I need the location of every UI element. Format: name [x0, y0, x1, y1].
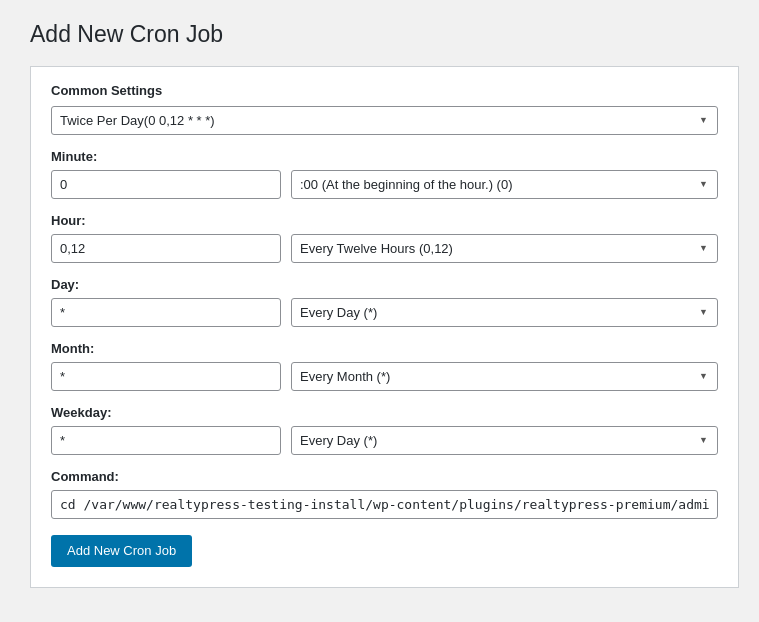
page-title: Add New Cron Job — [30, 20, 739, 50]
form-section: Common Settings Twice Per Day(0 0,12 * *… — [30, 66, 739, 588]
submit-button[interactable]: Add New Cron Job — [51, 535, 192, 567]
weekday-label: Weekday: — [51, 405, 718, 420]
weekday-select[interactable]: Every Day (*) Sunday (0) Monday (1) Tues… — [291, 426, 718, 455]
minute-group: Minute: :00 (At the beginning of the hou… — [51, 149, 718, 199]
minute-select-wrapper: :00 (At the beginning of the hour.) (0) … — [291, 170, 718, 199]
day-select-wrapper: Every Day (*) 1st (1) 15th (15) Last day… — [291, 298, 718, 327]
hour-select[interactable]: Every Twelve Hours (0,12) Every Hour (*)… — [291, 234, 718, 263]
day-input[interactable] — [51, 298, 281, 327]
day-row: Every Day (*) 1st (1) 15th (15) Last day… — [51, 298, 718, 327]
minute-row: :00 (At the beginning of the hour.) (0) … — [51, 170, 718, 199]
month-group: Month: Every Month (*) January (1) Febru… — [51, 341, 718, 391]
hour-select-wrapper: Every Twelve Hours (0,12) Every Hour (*)… — [291, 234, 718, 263]
command-label: Command: — [51, 469, 718, 484]
minute-label: Minute: — [51, 149, 718, 164]
month-select-wrapper: Every Month (*) January (1) February (2)… — [291, 362, 718, 391]
page-container: Add New Cron Job Common Settings Twice P… — [0, 0, 759, 622]
weekday-select-wrapper: Every Day (*) Sunday (0) Monday (1) Tues… — [291, 426, 718, 455]
weekday-group: Weekday: Every Day (*) Sunday (0) Monday… — [51, 405, 718, 455]
hour-input[interactable] — [51, 234, 281, 263]
day-label: Day: — [51, 277, 718, 292]
common-settings-label: Common Settings — [51, 83, 718, 98]
minute-input[interactable] — [51, 170, 281, 199]
month-label: Month: — [51, 341, 718, 356]
common-settings-select-wrapper: Twice Per Day(0 0,12 * * *) Once Per Day… — [51, 106, 718, 135]
day-group: Day: Every Day (*) 1st (1) 15th (15) Las… — [51, 277, 718, 327]
command-group: Command: — [51, 469, 718, 519]
month-select[interactable]: Every Month (*) January (1) February (2)… — [291, 362, 718, 391]
day-select[interactable]: Every Day (*) 1st (1) 15th (15) Last day… — [291, 298, 718, 327]
common-settings-select[interactable]: Twice Per Day(0 0,12 * * *) Once Per Day… — [51, 106, 718, 135]
hour-label: Hour: — [51, 213, 718, 228]
minute-select[interactable]: :00 (At the beginning of the hour.) (0) … — [291, 170, 718, 199]
weekday-row: Every Day (*) Sunday (0) Monday (1) Tues… — [51, 426, 718, 455]
month-input[interactable] — [51, 362, 281, 391]
weekday-input[interactable] — [51, 426, 281, 455]
hour-row: Every Twelve Hours (0,12) Every Hour (*)… — [51, 234, 718, 263]
command-input[interactable] — [51, 490, 718, 519]
hour-group: Hour: Every Twelve Hours (0,12) Every Ho… — [51, 213, 718, 263]
month-row: Every Month (*) January (1) February (2)… — [51, 362, 718, 391]
